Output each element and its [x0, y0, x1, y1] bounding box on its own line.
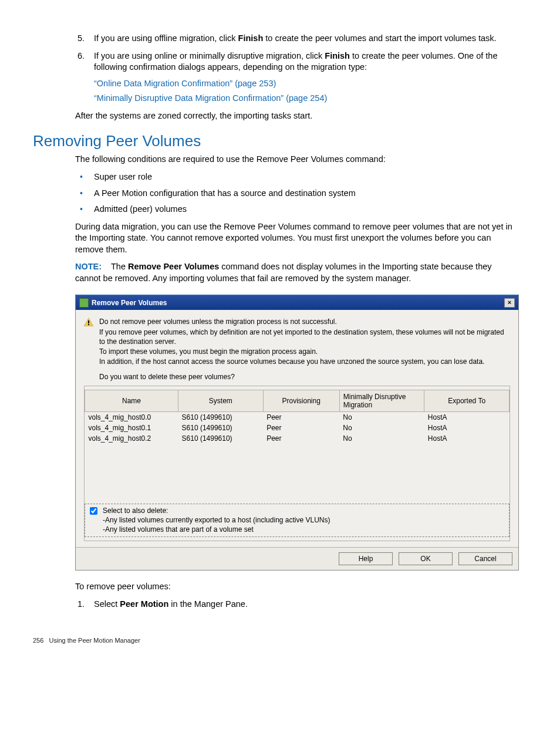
cell-prov: Peer	[263, 423, 339, 433]
remove-step-1: Select Peer Motion in the Manger Pane.	[94, 599, 519, 610]
table-row[interactable]: vols_4_mig_host0.1 S610 (1499610) Peer N…	[85, 423, 510, 433]
conditions-intro: The following conditions are required to…	[75, 154, 519, 166]
close-icon[interactable]: ×	[504, 298, 515, 308]
step5-text-a: If you are using offline migration, clic…	[94, 33, 238, 43]
cell-exp: HostA	[424, 423, 510, 433]
dialog-titlebar: Remove Peer Volumes ×	[76, 296, 518, 310]
step5-text-b: to create the peer volumes and start the…	[263, 33, 496, 43]
col-exported[interactable]: Exported To	[424, 390, 510, 412]
warn-line-1: Do not remove peer volumes unless the mi…	[99, 317, 510, 326]
help-button[interactable]: Help	[339, 552, 393, 565]
cell-mdm: No	[339, 423, 424, 433]
note-bold: Remove Peer Volumes	[128, 262, 219, 271]
warn-line-4: In addition, if the host cannot access t…	[99, 357, 510, 366]
select-also-delete-box: Select to also delete: -Any listed volum…	[85, 504, 510, 537]
cell-prov: Peer	[263, 412, 339, 423]
dialog-app-icon	[79, 298, 89, 308]
select-also-line1: -Any listed volumes currently exported t…	[103, 516, 330, 525]
note-pre: The	[111, 262, 128, 271]
link-online-confirmation[interactable]: “Online Data Migration Confirmation” (pa…	[94, 78, 519, 90]
cell-exp: HostA	[424, 433, 510, 444]
bullet-admitted-volumes: Admitted (peer) volumes	[94, 204, 519, 215]
cell-mdm: No	[339, 412, 424, 423]
col-system[interactable]: System	[178, 390, 264, 412]
svg-rect-2	[88, 324, 89, 325]
select-also-label: Select to also delete:	[103, 507, 330, 516]
cell-system: S610 (1499610)	[178, 423, 264, 433]
remove-peer-volumes-dialog: Remove Peer Volumes × Do not remove peer…	[75, 295, 519, 571]
note-label: NOTE:	[75, 262, 102, 271]
step6-finish: Finish	[325, 51, 350, 60]
col-name[interactable]: Name	[85, 390, 178, 412]
step1-c: in the Manger Pane.	[168, 599, 248, 609]
select-also-delete-checkbox[interactable]	[90, 507, 97, 515]
table-row[interactable]: vols_4_mig_host0.0 S610 (1499610) Peer N…	[85, 412, 510, 423]
warn-line-2: If you remove peer volumes, which by def…	[99, 328, 510, 346]
step1-a: Select	[94, 599, 120, 609]
during-migration-paragraph: During data migration, you can use the R…	[75, 221, 519, 256]
ok-button[interactable]: OK	[399, 552, 453, 565]
dialog-table-area: Name System Provisioning Minimally Disru…	[84, 386, 510, 541]
peer-volumes-table: Name System Provisioning Minimally Disru…	[85, 390, 510, 444]
step6-text-a: If you are using online or minimally dis…	[94, 51, 325, 60]
page-footer: 256 Using the Peer Motion Manager	[33, 637, 519, 644]
dialog-question: Do you want to delete these peer volumes…	[99, 373, 510, 381]
footer-section-title: Using the Peer Motion Manager	[49, 637, 140, 644]
cell-prov: Peer	[263, 433, 339, 444]
bullet-super-user: Super user role	[94, 171, 519, 183]
after-zoned-paragraph: After the systems are zoned correctly, t…	[75, 110, 519, 122]
cell-name: vols_4_mig_host0.1	[85, 423, 178, 433]
note-paragraph: NOTE: The Remove Peer Volumes command do…	[75, 261, 519, 284]
heading-removing-peer-volumes: Removing Peer Volumes	[33, 132, 519, 150]
cell-mdm: No	[339, 433, 424, 444]
step-5: If you are using offline migration, clic…	[94, 33, 519, 45]
cell-name: vols_4_mig_host0.2	[85, 433, 178, 444]
cell-exp: HostA	[424, 412, 510, 423]
col-provisioning[interactable]: Provisioning	[263, 390, 339, 412]
warning-icon	[84, 318, 93, 326]
link-minimally-disruptive-confirmation[interactable]: “Minimally Disruptive Data Migration Con…	[94, 93, 519, 104]
to-remove-intro: To remove peer volumes:	[75, 581, 519, 593]
footer-page-number: 256	[33, 637, 43, 644]
cancel-button[interactable]: Cancel	[458, 552, 512, 565]
step1-b: Peer Motion	[120, 599, 168, 609]
cell-name: vols_4_mig_host0.0	[85, 412, 178, 423]
cell-system: S610 (1499610)	[178, 412, 264, 423]
step-6: If you are using online or minimally dis…	[94, 50, 519, 104]
dialog-warning-text: Do not remove peer volumes unless the mi…	[99, 317, 510, 367]
dialog-footer: Help OK Cancel	[76, 547, 518, 570]
select-also-line2: -Any listed volumes that are part of a v…	[103, 525, 330, 535]
table-row[interactable]: vols_4_mig_host0.2 S610 (1499610) Peer N…	[85, 433, 510, 444]
bullet-peer-motion-config: A Peer Motion configuration that has a s…	[94, 188, 519, 200]
col-mdm[interactable]: Minimally Disruptive Migration	[339, 390, 424, 412]
warn-line-3: To import these volumes, you must begin …	[99, 347, 510, 356]
cell-system: S610 (1499610)	[178, 433, 264, 444]
svg-rect-1	[88, 320, 89, 323]
dialog-title: Remove Peer Volumes	[92, 299, 167, 307]
step5-finish: Finish	[238, 33, 264, 43]
